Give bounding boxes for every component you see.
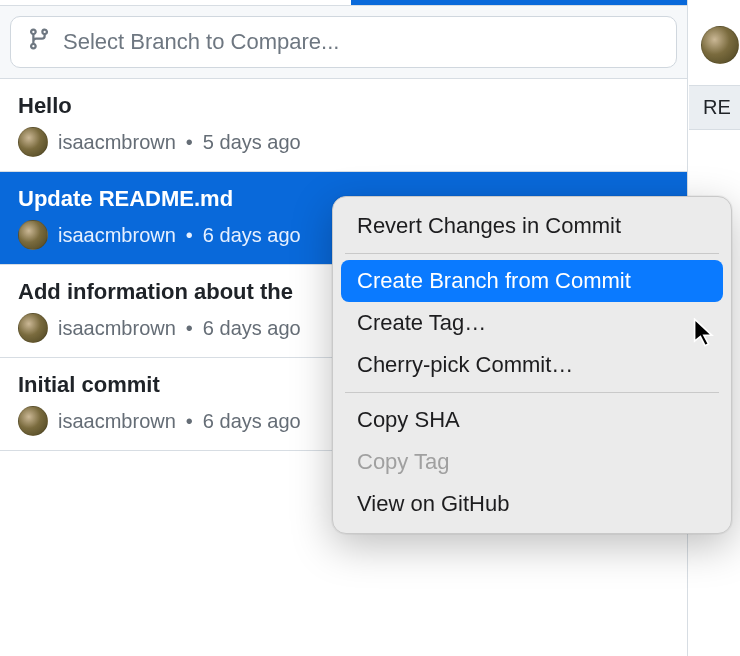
branch-compare-selector[interactable]: Select Branch to Compare... <box>10 16 677 68</box>
git-branch-icon <box>27 27 51 57</box>
commit-item[interactable]: Helloisaacmbrown•5 days ago <box>0 79 687 172</box>
avatar <box>18 313 48 343</box>
commit-time: 6 days ago <box>203 224 301 247</box>
avatar <box>18 406 48 436</box>
branch-select-section: Select Branch to Compare... <box>0 6 687 79</box>
commit-title: Hello <box>18 93 669 119</box>
separator-dot: • <box>186 131 193 154</box>
separator-dot: • <box>186 410 193 433</box>
avatar <box>701 26 739 64</box>
top-tab-strip <box>0 0 687 6</box>
separator-dot: • <box>186 317 193 340</box>
context-menu-item[interactable]: Revert Changes in Commit <box>341 205 723 247</box>
commit-meta: isaacmbrown•5 days ago <box>18 127 669 157</box>
commit-author: isaacmbrown <box>58 224 176 247</box>
menu-separator <box>345 253 719 254</box>
commit-author: isaacmbrown <box>58 131 176 154</box>
file-tab[interactable]: RE <box>689 85 740 130</box>
commit-time: 6 days ago <box>203 317 301 340</box>
avatar <box>18 127 48 157</box>
commit-time: 6 days ago <box>203 410 301 433</box>
context-menu-item[interactable]: Create Branch from Commit <box>341 260 723 302</box>
commit-time: 5 days ago <box>203 131 301 154</box>
file-tab-label: RE <box>703 96 731 118</box>
commit-author: isaacmbrown <box>58 317 176 340</box>
avatar <box>18 220 48 250</box>
context-menu-item[interactable]: View on GitHub <box>341 483 723 525</box>
context-menu-item[interactable]: Copy SHA <box>341 399 723 441</box>
menu-separator <box>345 392 719 393</box>
branch-compare-placeholder: Select Branch to Compare... <box>63 29 339 55</box>
separator-dot: • <box>186 224 193 247</box>
commit-author: isaacmbrown <box>58 410 176 433</box>
context-menu-item[interactable]: Create Tag… <box>341 302 723 344</box>
context-menu-item[interactable]: Cherry-pick Commit… <box>341 344 723 386</box>
commit-context-menu: Revert Changes in CommitCreate Branch fr… <box>332 196 732 534</box>
active-tab-indicator <box>351 0 687 5</box>
context-menu-item: Copy Tag <box>341 441 723 483</box>
